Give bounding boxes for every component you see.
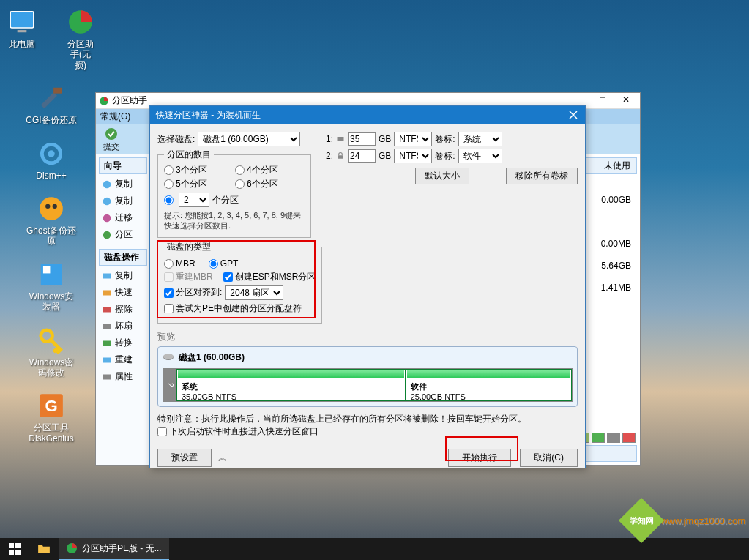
partition-2-fs[interactable]: NTFS	[394, 149, 432, 163]
svg-point-18	[103, 214, 111, 222]
sidebar-item[interactable]: 属性	[99, 368, 147, 385]
partition-1-num: 1:	[326, 134, 333, 144]
cancel-button[interactable]: 取消(C)	[520, 449, 578, 467]
checkbox-pe-drive[interactable]: 尝试为PE中创建的分区分配盘符	[164, 302, 302, 315]
desktop-icon-diskgenius[interactable]: G 分区工具DiskGenius	[7, 391, 95, 444]
expand-icon[interactable]: ︽	[218, 452, 227, 463]
svg-rect-0	[10, 12, 34, 28]
windows-icon	[9, 543, 21, 555]
taskbar: 分区助手PE版 - 无...	[0, 538, 749, 560]
radio-custom-partitions[interactable]	[164, 195, 176, 205]
radio-5-partitions[interactable]: 5个分区	[164, 178, 234, 190]
maximize-button[interactable]: □	[592, 94, 614, 108]
select-disk-dropdown[interactable]: 磁盘1 (60.00GB)	[198, 132, 300, 146]
toolbar-commit[interactable]: 提交	[103, 127, 119, 152]
checkbox-next-boot[interactable]: 下次启动软件时直接进入快速分区窗口	[157, 426, 318, 436]
watermark-url: www.jmqz1000.com	[660, 515, 745, 526]
gear-icon	[37, 140, 65, 168]
volume-label-lbl: 卷标:	[435, 150, 455, 163]
menu-general[interactable]: 常规(G)	[100, 111, 130, 123]
desktop-icon-winpwd[interactable]: Windows密码修改	[7, 326, 95, 378]
sidebar-item[interactable]: 复制	[99, 176, 147, 193]
radio-3-partitions[interactable]: 3个分区	[164, 164, 234, 176]
disk-icon	[163, 351, 174, 363]
app-icon	[99, 96, 109, 106]
align-dropdown[interactable]: 2048 扇区	[225, 285, 283, 300]
taskbar-explorer[interactable]	[29, 538, 59, 560]
folder-icon	[37, 542, 51, 556]
radio-gpt[interactable]: GPT	[209, 258, 239, 269]
watermark-logo: 学知网	[619, 498, 664, 543]
svg-rect-31	[9, 543, 14, 548]
desktop-icon-cgi[interactable]: CGI备份还原	[7, 83, 95, 125]
sidebar-item[interactable]: 坏扇	[99, 318, 147, 335]
checkbox-align[interactable]: 分区对齐到:	[164, 286, 222, 299]
preview-label: 预览	[157, 331, 578, 343]
sidebar-item[interactable]: 迁移	[99, 209, 147, 226]
remove-labels-button[interactable]: 移除所有卷标	[506, 168, 578, 184]
sidebar-item[interactable]: 转换	[99, 335, 147, 351]
parent-title: 分区助手	[112, 94, 147, 107]
svg-rect-23	[103, 324, 111, 329]
partition-count-legend: 分区的数目	[164, 149, 214, 161]
radio-6-partitions[interactable]: 6个分区	[235, 178, 305, 190]
sidebar-item[interactable]: 快速	[99, 284, 147, 301]
sidebar-item[interactable]: 复制	[99, 267, 147, 284]
watermark: 学知网 www.jmqz1000.com	[625, 504, 745, 537]
preview-disk-title: 磁盘1 (60.00GB)	[179, 351, 245, 364]
checkbox-rebuild-mbr[interactable]: 重建MBR	[164, 271, 213, 283]
svg-point-16	[103, 180, 111, 188]
preview-partition-2: 软件 25.00GB NTFS	[406, 369, 572, 401]
custom-count-dropdown[interactable]: 2	[179, 193, 209, 207]
svg-rect-34	[15, 550, 21, 555]
partition-2-row: 2: GB NTFS 卷标: 软件	[326, 149, 578, 163]
svg-rect-28	[338, 155, 343, 159]
sidebar-item[interactable]: 擦除	[99, 301, 147, 318]
svg-point-30	[163, 354, 174, 359]
partition-2-label[interactable]: 软件	[458, 149, 502, 163]
desktop-icon-partition[interactable]: 分区助手(无损)	[66, 7, 95, 70]
desktop-icon-ghost[interactable]: Ghost备份还原	[7, 194, 95, 247]
radio-mbr[interactable]: MBR	[164, 258, 195, 269]
checkbox-create-esp[interactable]: 创建ESP和MSR分区	[223, 271, 316, 283]
partition-1-label[interactable]: 系统	[458, 132, 502, 146]
windows-install-icon	[37, 261, 65, 288]
radio-4-partitions[interactable]: 4个分区	[235, 164, 305, 176]
preview-panel: 磁盘1 (60.00GB) 2 系统 35.00GB NTFS 软件 25.00…	[157, 346, 578, 407]
lock-icon	[336, 152, 345, 160]
sidebar-item[interactable]: 重建	[99, 351, 147, 368]
svg-rect-21	[103, 290, 111, 295]
partition-2-size[interactable]	[348, 149, 376, 163]
partition-hint: 提示: 您能按1, 2, 3, 4, 5, 6, 7, 8, 9键来快速选择分区…	[164, 210, 305, 231]
close-button[interactable]: ✕	[615, 94, 637, 108]
disk-type-fieldset: 磁盘的类型 MBR GPT 重建MBR 创建ESP和MSR分区 分区对齐到: 2…	[157, 241, 322, 324]
sidebar-diskops-title: 磁盘操作	[99, 249, 147, 266]
dialog-titlebar[interactable]: 快速分区神器 - 为装机而生	[150, 106, 585, 124]
svg-rect-26	[103, 374, 111, 379]
start-button[interactable]	[0, 538, 29, 560]
svg-rect-27	[338, 137, 344, 141]
svg-point-7	[45, 204, 50, 209]
preset-button[interactable]: 预设置	[157, 449, 212, 467]
desktop-icon-wininstall[interactable]: Windows安装器	[7, 260, 95, 313]
value-cell: 0.00MB	[601, 239, 631, 249]
taskbar-app-partition[interactable]: 分区助手PE版 - 无...	[59, 538, 169, 560]
value-cell: 1.41MB	[601, 283, 631, 293]
execute-button[interactable]: 开始执行	[448, 449, 511, 467]
dialog-title: 快速分区神器 - 为装机而生	[156, 109, 261, 122]
desktop-icon-computer[interactable]: 此电脑	[7, 7, 37, 70]
partition-icon	[67, 8, 94, 36]
sidebar-item[interactable]: 复制	[99, 193, 147, 209]
svg-point-5	[48, 150, 55, 157]
default-size-button[interactable]: 默认大小	[415, 168, 469, 184]
svg-rect-10	[43, 266, 50, 274]
svg-text:G: G	[45, 397, 57, 415]
dialog-close-button[interactable]	[562, 106, 585, 124]
sidebar-item[interactable]: 分区	[99, 226, 147, 243]
partition-1-fs[interactable]: NTFS	[394, 132, 432, 146]
key-icon	[37, 326, 65, 354]
partition-1-size[interactable]	[348, 132, 376, 146]
close-icon	[569, 111, 578, 119]
quick-partition-dialog: 快速分区神器 - 为装机而生 选择磁盘: 磁盘1 (60.00GB) 分区的数目…	[149, 105, 586, 468]
desktop-icon-dism[interactable]: Dism++	[7, 139, 95, 181]
